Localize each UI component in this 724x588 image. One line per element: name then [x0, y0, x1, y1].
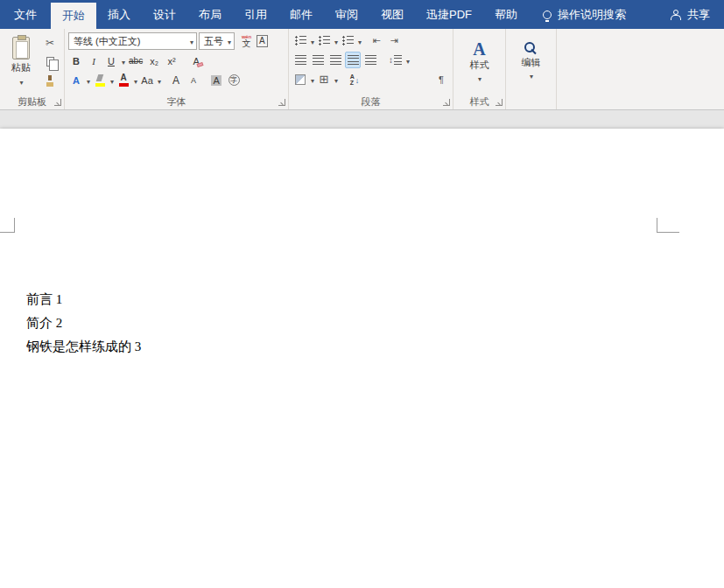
italic-button[interactable]: I [86, 52, 102, 69]
show-hide-marks-button[interactable]: ¶ [433, 71, 449, 88]
tab-layout[interactable]: 布局 [187, 0, 233, 29]
font-color-button[interactable]: A [116, 72, 131, 88]
align-right-button[interactable] [327, 52, 343, 68]
clipboard-group: 粘贴 剪贴板 [0, 29, 65, 109]
tab-pdf-addin[interactable]: 迅捷PDF [415, 0, 483, 29]
highlight-color-bar [95, 83, 105, 87]
tab-view[interactable]: 视图 [369, 0, 415, 29]
ribbon-empty-space [557, 29, 724, 109]
underline-dropdown-icon[interactable] [121, 56, 125, 66]
font-size-combobox[interactable]: 五号 [199, 32, 235, 50]
font-color-bar [119, 83, 129, 87]
multilevel-list-button[interactable] [340, 32, 355, 49]
share-label: 共享 [687, 7, 710, 23]
bullets-button[interactable] [292, 32, 308, 49]
paragraph-group: ⊞ A Z ¶ 段落 [289, 29, 453, 109]
subscript-button[interactable]: x₂ [146, 52, 162, 69]
shading-dropdown-icon[interactable] [310, 74, 314, 85]
tab-mailings[interactable]: 邮件 [278, 0, 324, 29]
enclose-characters-button[interactable]: 字 [226, 72, 242, 88]
sort-a-glyph: A [350, 74, 355, 80]
font-name-combobox[interactable]: 等线 (中文正文) [68, 32, 197, 50]
numbering-button[interactable] [316, 32, 332, 49]
tab-references[interactable]: 引用 [233, 0, 278, 29]
paste-button[interactable]: 粘贴 [4, 32, 39, 90]
editing-group: 编辑 [506, 29, 557, 109]
clipboard-dialog-launcher[interactable] [54, 99, 61, 106]
bullets-icon [295, 36, 306, 46]
sort-button[interactable]: A Z [347, 71, 362, 88]
phonetic-guide-button[interactable]: wén 文 [242, 34, 251, 48]
shading-button[interactable] [292, 71, 308, 88]
character-border-button[interactable]: A [257, 35, 268, 47]
borders-icon: ⊞ [320, 73, 329, 86]
borders-dropdown-icon[interactable] [334, 74, 338, 85]
font-dialog-launcher[interactable] [278, 99, 285, 106]
styles-group-label: 样式 [453, 94, 505, 109]
align-left-button[interactable] [292, 52, 308, 68]
decrease-indent-button[interactable] [369, 32, 384, 49]
document-page[interactable]: 前言 1 简介 2 钢铁是怎样练成的 3 [0, 129, 724, 588]
paragraph-dialog-launcher[interactable] [443, 99, 450, 106]
text-effects-button[interactable]: A [68, 72, 84, 88]
styles-group-label-text: 样式 [470, 95, 489, 108]
paste-dropdown-icon [18, 76, 23, 87]
tab-design[interactable]: 设计 [142, 0, 187, 29]
line-spacing-dropdown-icon[interactable] [405, 55, 410, 66]
editing-button[interactable]: 编辑 [510, 32, 552, 90]
bullets-dropdown-icon[interactable] [310, 36, 314, 46]
toc-line-2[interactable]: 简介 2 [26, 312, 724, 335]
tab-home[interactable]: 开始 [51, 3, 96, 29]
multilevel-list-icon [342, 36, 354, 46]
word-window: 文件 开始 插入 设计 布局 引用 邮件 审阅 视图 迅捷PDF 帮助 操作说明… [0, 0, 724, 588]
align-center-button[interactable] [310, 52, 326, 68]
distribute-icon [365, 55, 376, 65]
copy-icon [46, 57, 54, 66]
borders-button[interactable]: ⊞ [316, 71, 332, 88]
clipboard-group-label: 剪贴板 [0, 94, 64, 109]
clear-formatting-button[interactable]: A [188, 52, 204, 69]
tab-review[interactable]: 审阅 [324, 0, 369, 29]
justify-button[interactable] [345, 52, 361, 68]
justify-icon [348, 55, 359, 65]
superscript-button[interactable]: x² [164, 52, 179, 69]
shrink-font-button[interactable]: A [186, 72, 201, 88]
styles-button[interactable]: A 样式 [459, 32, 501, 90]
tab-file[interactable]: 文件 [0, 0, 51, 29]
text-effects-dropdown-icon[interactable] [86, 75, 90, 86]
tell-me-search[interactable]: 操作说明搜索 [543, 0, 626, 29]
grow-font-button[interactable]: A [168, 72, 184, 88]
format-painter-button[interactable] [42, 73, 58, 89]
editing-button-label: 编辑 [522, 56, 541, 69]
bold-button[interactable]: B [68, 52, 84, 69]
toc-line-1[interactable]: 前言 1 [26, 288, 724, 312]
font-group: 等线 (中文正文) 五号 wén 文 A B I [65, 29, 289, 109]
phonetic-char-text: 文 [243, 39, 251, 48]
paragraph-group-label-text: 段落 [362, 95, 381, 108]
editing-dropdown-icon [529, 70, 533, 80]
character-shading-button[interactable]: A [208, 72, 224, 88]
strikethrough-button[interactable]: abc [127, 52, 144, 69]
cut-button[interactable] [42, 34, 58, 51]
styles-dialog-launcher[interactable] [496, 99, 503, 106]
line-spacing-button[interactable] [387, 52, 404, 68]
change-case-button[interactable]: Aa [139, 72, 155, 88]
toc-line-3[interactable]: 钢铁是怎样练成的 3 [26, 335, 724, 359]
clipboard-group-label-text: 剪贴板 [18, 95, 46, 108]
tab-insert[interactable]: 插入 [96, 0, 142, 29]
numbering-dropdown-icon[interactable] [334, 36, 338, 46]
increase-indent-button[interactable] [386, 32, 402, 49]
distribute-button[interactable] [362, 52, 378, 68]
share-button[interactable]: 共享 [657, 0, 724, 29]
change-case-dropdown-icon[interactable] [157, 75, 161, 86]
font-group-label: 字体 [65, 94, 288, 109]
highlight-dropdown-icon[interactable] [109, 75, 114, 86]
styles-group: A 样式 样式 [453, 29, 506, 109]
font-color-dropdown-icon[interactable] [133, 75, 137, 86]
multilevel-dropdown-icon[interactable] [357, 36, 362, 46]
copy-button[interactable] [42, 53, 58, 70]
paragraph-group-label: 段落 [289, 94, 453, 109]
tab-help[interactable]: 帮助 [483, 0, 529, 29]
underline-button[interactable]: U [103, 52, 119, 69]
highlight-color-button[interactable] [92, 72, 108, 88]
